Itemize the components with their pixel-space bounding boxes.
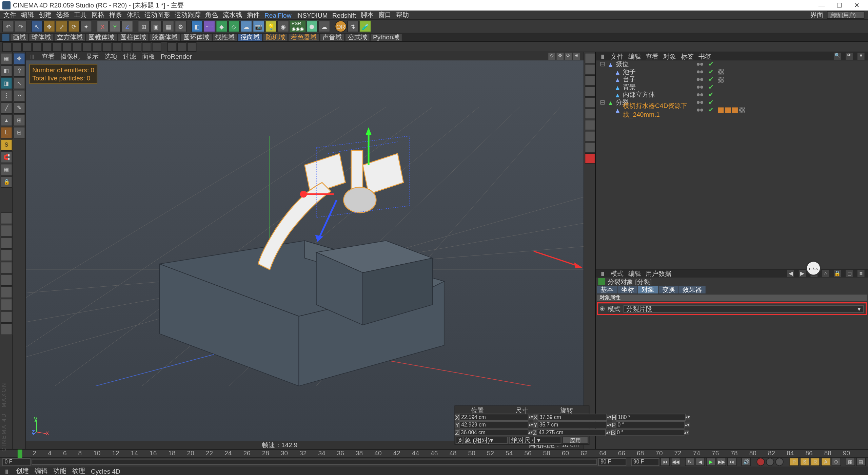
move-tool[interactable]: ✥ — [43, 21, 55, 33]
fx-btn[interactable] — [32, 42, 42, 52]
play-back[interactable]: ◀ — [695, 458, 705, 466]
om-filter-icon[interactable]: 👁 — [846, 53, 853, 60]
close-button[interactable]: ✕ — [848, 1, 866, 9]
handle-icon[interactable]: ⫼ — [29, 53, 36, 60]
generator-button[interactable]: ◆ — [216, 21, 228, 33]
object-row[interactable]: ▲ 池子 ✔ — [596, 68, 868, 76]
menu-help[interactable]: 帮助 — [396, 11, 409, 19]
om-search-icon[interactable]: 🔍 — [834, 53, 841, 60]
nav-ic[interactable] — [585, 131, 595, 141]
fx-btn[interactable] — [112, 42, 121, 52]
axis-y-toggle[interactable]: Y — [109, 21, 121, 33]
brush-tool[interactable]: ✎ — [14, 102, 25, 114]
axis-x-toggle[interactable]: X — [97, 21, 108, 33]
menu-file[interactable]: 文件 — [3, 11, 16, 19]
axis-mode[interactable]: L — [1, 127, 13, 139]
coord-size[interactable] — [537, 429, 606, 436]
vp-menu-panel[interactable]: 面板 — [142, 52, 155, 61]
nav-ic[interactable] — [585, 53, 595, 63]
scene-button[interactable]: ◉ — [277, 21, 289, 33]
shelf-item[interactable]: Python域 — [371, 34, 402, 41]
object-row[interactable]: ⊟ ▲ 摄位 ✔ — [596, 60, 868, 68]
render-view-button[interactable]: ▣ — [150, 21, 162, 33]
attr-menu-userdata[interactable]: 用户数据 — [646, 269, 671, 278]
visibility-dots[interactable] — [691, 93, 709, 96]
nav-ic[interactable] — [585, 97, 595, 108]
attr-nav-home[interactable]: ⌂ — [822, 270, 829, 277]
attr-nav-new[interactable]: ◻ — [846, 270, 853, 277]
coord-size-select[interactable]: 绝对尺寸▾ — [509, 437, 561, 444]
mat-tab-func[interactable]: 功能 — [53, 467, 66, 475]
coord-mode-select[interactable]: 对象 (相对)▾ — [456, 437, 508, 444]
vp-nav-4[interactable]: ⊞ — [573, 53, 580, 60]
object-row[interactable]: ▲ 模切持水器C4D资源下载_240mm.1 ✔ — [596, 106, 868, 114]
tool-10[interactable] — [1, 323, 13, 335]
minimize-button[interactable]: — — [813, 2, 830, 9]
workplane-toggle[interactable]: ▦ — [1, 164, 13, 176]
attr-tab[interactable]: 变换 — [658, 286, 678, 293]
undo-button[interactable]: ↶ — [2, 21, 14, 33]
misc-tool-2[interactable]: ⊟ — [14, 127, 25, 139]
snap-toggle[interactable]: 🧲 — [1, 151, 13, 163]
mat-tab-edit[interactable]: 编辑 — [35, 467, 47, 475]
enable-check[interactable]: ✔ — [708, 106, 715, 114]
viewport-3d[interactable]: Number of emitters: 0 Total live particl… — [26, 60, 584, 441]
shelf-item[interactable]: 圆环体域 — [181, 34, 212, 41]
vp-nav-1[interactable]: ◇ — [548, 53, 555, 60]
coord-pos[interactable] — [459, 421, 529, 428]
nav-ic[interactable] — [585, 86, 595, 97]
object-tag[interactable] — [718, 107, 724, 113]
texture-mode[interactable]: ◧ — [1, 65, 13, 77]
key-misc2[interactable]: ▤ — [856, 458, 866, 466]
menu-pipeline[interactable]: 流水线 — [223, 11, 242, 19]
step-back[interactable]: ◀◀ — [671, 458, 680, 466]
attr-menu-edit[interactable]: 编辑 — [628, 269, 641, 278]
om-menu-tags[interactable]: 标签 — [681, 52, 694, 61]
rotate-tool[interactable]: ⟳ — [68, 21, 80, 33]
coord-rot[interactable] — [616, 421, 685, 428]
om-menu-edit[interactable]: 编辑 — [628, 52, 641, 61]
expand-icon[interactable]: ⊟ — [599, 99, 605, 106]
vp-menu-view[interactable]: 查看 — [42, 52, 55, 61]
fx-btn[interactable] — [102, 42, 112, 52]
object-tag[interactable] — [732, 107, 738, 113]
key-a[interactable]: A — [821, 458, 831, 466]
visibility-dots[interactable] — [691, 101, 709, 104]
coord-system-button[interactable]: ⊞ — [138, 21, 150, 33]
mat-tab-create[interactable]: 创建 — [16, 467, 29, 475]
menu-volume[interactable]: 体积 — [127, 11, 140, 19]
menu-spline[interactable]: 样条 — [109, 11, 122, 19]
coord-size[interactable] — [538, 414, 607, 421]
vp-nav-2[interactable]: ✥ — [556, 53, 564, 60]
move-tool-2[interactable]: ✥ — [14, 53, 25, 65]
tool-9[interactable] — [1, 311, 13, 323]
menu-mesh[interactable]: 网格 — [92, 11, 104, 19]
nav-ic[interactable] — [585, 75, 595, 86]
fx-btn[interactable] — [82, 42, 92, 52]
visibility-dots[interactable] — [691, 86, 709, 89]
object-row[interactable]: ▲ 台子 ✔ — [596, 76, 868, 83]
step-fwd[interactable]: ▶▶ — [717, 458, 726, 466]
shelf-item[interactable]: 立方体域 — [55, 34, 85, 41]
shelf-item[interactable]: 公式域 — [346, 34, 370, 41]
vp-menu-display[interactable]: 显示 — [86, 52, 99, 61]
shelf-item[interactable]: 胶囊体域 — [150, 34, 180, 41]
handle-icon[interactable]: ⫼ — [599, 53, 606, 60]
enable-check[interactable]: ✔ — [708, 60, 715, 68]
menu-redshift[interactable]: Redshift — [332, 12, 356, 19]
tl-range-slider[interactable] — [32, 459, 597, 465]
attr-anim-dot[interactable] — [600, 306, 605, 311]
attr-tab[interactable]: 基本 — [597, 286, 617, 293]
enable-check[interactable]: ✔ — [708, 91, 715, 98]
cube-primitive[interactable]: ◧ — [191, 21, 203, 33]
attr-menu-mode[interactable]: 模式 — [611, 269, 624, 278]
handle-icon[interactable]: ⫼ — [3, 468, 10, 475]
render-settings-button[interactable]: ⚙ — [175, 21, 186, 33]
object-row[interactable]: ▲ 内部立方体 ✔ — [596, 91, 868, 98]
key-s[interactable]: S — [800, 458, 809, 466]
play-fwd[interactable]: ▶ — [706, 458, 716, 466]
layout-select[interactable]: 启动 (用户) — [827, 11, 865, 19]
menu-plugins[interactable]: 插件 — [247, 11, 260, 19]
object-tag[interactable] — [718, 77, 724, 82]
menu-insydium[interactable]: INSYDIUM — [296, 12, 328, 19]
